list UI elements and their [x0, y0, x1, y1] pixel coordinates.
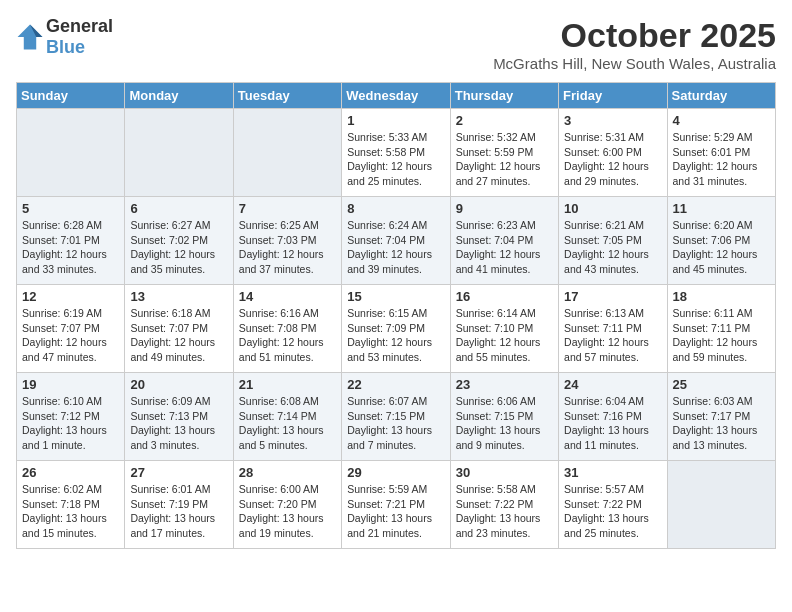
calendar-cell: 24Sunrise: 6:04 AM Sunset: 7:16 PM Dayli…: [559, 373, 667, 461]
day-number: 27: [130, 465, 227, 480]
week-row-3: 12Sunrise: 6:19 AM Sunset: 7:07 PM Dayli…: [17, 285, 776, 373]
calendar-table: SundayMondayTuesdayWednesdayThursdayFrid…: [16, 82, 776, 549]
day-number: 3: [564, 113, 661, 128]
day-info: Sunrise: 6:20 AM Sunset: 7:06 PM Dayligh…: [673, 218, 770, 277]
calendar-cell: 15Sunrise: 6:15 AM Sunset: 7:09 PM Dayli…: [342, 285, 450, 373]
day-info: Sunrise: 6:03 AM Sunset: 7:17 PM Dayligh…: [673, 394, 770, 453]
day-header-saturday: Saturday: [667, 83, 775, 109]
day-number: 17: [564, 289, 661, 304]
page-header: General Blue October 2025 McGraths Hill,…: [16, 16, 776, 72]
calendar-cell: 9Sunrise: 6:23 AM Sunset: 7:04 PM Daylig…: [450, 197, 558, 285]
day-number: 31: [564, 465, 661, 480]
calendar-cell: 2Sunrise: 5:32 AM Sunset: 5:59 PM Daylig…: [450, 109, 558, 197]
calendar-cell: 30Sunrise: 5:58 AM Sunset: 7:22 PM Dayli…: [450, 461, 558, 549]
day-number: 4: [673, 113, 770, 128]
day-header-thursday: Thursday: [450, 83, 558, 109]
day-info: Sunrise: 6:00 AM Sunset: 7:20 PM Dayligh…: [239, 482, 336, 541]
day-number: 10: [564, 201, 661, 216]
calendar-cell: 11Sunrise: 6:20 AM Sunset: 7:06 PM Dayli…: [667, 197, 775, 285]
day-info: Sunrise: 6:15 AM Sunset: 7:09 PM Dayligh…: [347, 306, 444, 365]
calendar-cell: 18Sunrise: 6:11 AM Sunset: 7:11 PM Dayli…: [667, 285, 775, 373]
day-number: 25: [673, 377, 770, 392]
calendar-cell: 10Sunrise: 6:21 AM Sunset: 7:05 PM Dayli…: [559, 197, 667, 285]
week-row-4: 19Sunrise: 6:10 AM Sunset: 7:12 PM Dayli…: [17, 373, 776, 461]
day-info: Sunrise: 5:58 AM Sunset: 7:22 PM Dayligh…: [456, 482, 553, 541]
day-info: Sunrise: 5:33 AM Sunset: 5:58 PM Dayligh…: [347, 130, 444, 189]
day-info: Sunrise: 6:04 AM Sunset: 7:16 PM Dayligh…: [564, 394, 661, 453]
calendar-cell: 31Sunrise: 5:57 AM Sunset: 7:22 PM Dayli…: [559, 461, 667, 549]
day-header-sunday: Sunday: [17, 83, 125, 109]
day-info: Sunrise: 6:08 AM Sunset: 7:14 PM Dayligh…: [239, 394, 336, 453]
day-info: Sunrise: 6:11 AM Sunset: 7:11 PM Dayligh…: [673, 306, 770, 365]
day-info: Sunrise: 6:02 AM Sunset: 7:18 PM Dayligh…: [22, 482, 119, 541]
week-row-2: 5Sunrise: 6:28 AM Sunset: 7:01 PM Daylig…: [17, 197, 776, 285]
day-info: Sunrise: 6:10 AM Sunset: 7:12 PM Dayligh…: [22, 394, 119, 453]
day-info: Sunrise: 5:31 AM Sunset: 6:00 PM Dayligh…: [564, 130, 661, 189]
calendar-cell: 21Sunrise: 6:08 AM Sunset: 7:14 PM Dayli…: [233, 373, 341, 461]
day-number: 15: [347, 289, 444, 304]
day-info: Sunrise: 6:09 AM Sunset: 7:13 PM Dayligh…: [130, 394, 227, 453]
day-number: 29: [347, 465, 444, 480]
month-title: October 2025: [493, 16, 776, 55]
day-number: 21: [239, 377, 336, 392]
day-number: 13: [130, 289, 227, 304]
day-info: Sunrise: 6:24 AM Sunset: 7:04 PM Dayligh…: [347, 218, 444, 277]
week-row-5: 26Sunrise: 6:02 AM Sunset: 7:18 PM Dayli…: [17, 461, 776, 549]
day-info: Sunrise: 6:06 AM Sunset: 7:15 PM Dayligh…: [456, 394, 553, 453]
day-info: Sunrise: 5:57 AM Sunset: 7:22 PM Dayligh…: [564, 482, 661, 541]
day-header-monday: Monday: [125, 83, 233, 109]
day-number: 1: [347, 113, 444, 128]
calendar-cell: [17, 109, 125, 197]
day-number: 18: [673, 289, 770, 304]
calendar-cell: [125, 109, 233, 197]
calendar-cell: 12Sunrise: 6:19 AM Sunset: 7:07 PM Dayli…: [17, 285, 125, 373]
calendar-cell: 6Sunrise: 6:27 AM Sunset: 7:02 PM Daylig…: [125, 197, 233, 285]
day-header-wednesday: Wednesday: [342, 83, 450, 109]
day-number: 9: [456, 201, 553, 216]
day-info: Sunrise: 6:23 AM Sunset: 7:04 PM Dayligh…: [456, 218, 553, 277]
day-number: 20: [130, 377, 227, 392]
calendar-cell: 16Sunrise: 6:14 AM Sunset: 7:10 PM Dayli…: [450, 285, 558, 373]
week-row-1: 1Sunrise: 5:33 AM Sunset: 5:58 PM Daylig…: [17, 109, 776, 197]
day-info: Sunrise: 6:28 AM Sunset: 7:01 PM Dayligh…: [22, 218, 119, 277]
header-row: SundayMondayTuesdayWednesdayThursdayFrid…: [17, 83, 776, 109]
calendar-cell: 26Sunrise: 6:02 AM Sunset: 7:18 PM Dayli…: [17, 461, 125, 549]
day-info: Sunrise: 5:29 AM Sunset: 6:01 PM Dayligh…: [673, 130, 770, 189]
day-number: 22: [347, 377, 444, 392]
day-header-tuesday: Tuesday: [233, 83, 341, 109]
day-info: Sunrise: 6:27 AM Sunset: 7:02 PM Dayligh…: [130, 218, 227, 277]
day-info: Sunrise: 6:21 AM Sunset: 7:05 PM Dayligh…: [564, 218, 661, 277]
calendar-cell: 20Sunrise: 6:09 AM Sunset: 7:13 PM Dayli…: [125, 373, 233, 461]
day-header-friday: Friday: [559, 83, 667, 109]
calendar-cell: 7Sunrise: 6:25 AM Sunset: 7:03 PM Daylig…: [233, 197, 341, 285]
calendar-cell: 23Sunrise: 6:06 AM Sunset: 7:15 PM Dayli…: [450, 373, 558, 461]
day-info: Sunrise: 6:25 AM Sunset: 7:03 PM Dayligh…: [239, 218, 336, 277]
location: McGraths Hill, New South Wales, Australi…: [493, 55, 776, 72]
calendar-cell: 29Sunrise: 5:59 AM Sunset: 7:21 PM Dayli…: [342, 461, 450, 549]
title-block: October 2025 McGraths Hill, New South Wa…: [493, 16, 776, 72]
day-number: 7: [239, 201, 336, 216]
day-number: 11: [673, 201, 770, 216]
calendar-cell: 28Sunrise: 6:00 AM Sunset: 7:20 PM Dayli…: [233, 461, 341, 549]
logo: General Blue: [16, 16, 113, 57]
day-info: Sunrise: 6:07 AM Sunset: 7:15 PM Dayligh…: [347, 394, 444, 453]
calendar-cell: 25Sunrise: 6:03 AM Sunset: 7:17 PM Dayli…: [667, 373, 775, 461]
day-number: 5: [22, 201, 119, 216]
day-number: 23: [456, 377, 553, 392]
calendar-cell: [667, 461, 775, 549]
calendar-cell: [233, 109, 341, 197]
day-number: 30: [456, 465, 553, 480]
calendar-cell: 22Sunrise: 6:07 AM Sunset: 7:15 PM Dayli…: [342, 373, 450, 461]
day-number: 28: [239, 465, 336, 480]
day-number: 16: [456, 289, 553, 304]
day-number: 14: [239, 289, 336, 304]
day-number: 12: [22, 289, 119, 304]
calendar-cell: 5Sunrise: 6:28 AM Sunset: 7:01 PM Daylig…: [17, 197, 125, 285]
day-info: Sunrise: 6:14 AM Sunset: 7:10 PM Dayligh…: [456, 306, 553, 365]
day-info: Sunrise: 6:19 AM Sunset: 7:07 PM Dayligh…: [22, 306, 119, 365]
calendar-cell: 3Sunrise: 5:31 AM Sunset: 6:00 PM Daylig…: [559, 109, 667, 197]
day-info: Sunrise: 5:32 AM Sunset: 5:59 PM Dayligh…: [456, 130, 553, 189]
calendar-cell: 1Sunrise: 5:33 AM Sunset: 5:58 PM Daylig…: [342, 109, 450, 197]
day-number: 19: [22, 377, 119, 392]
day-number: 8: [347, 201, 444, 216]
